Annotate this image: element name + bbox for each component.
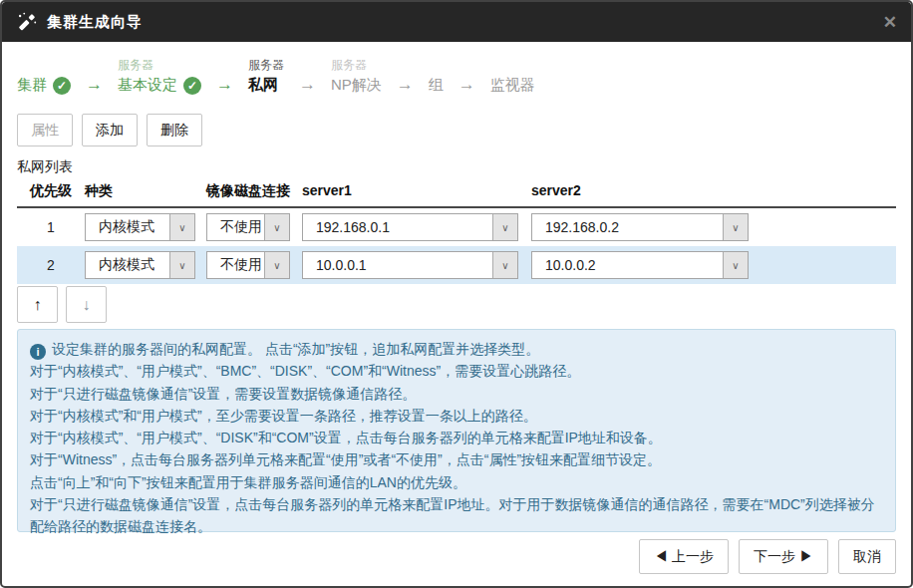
dialog-title: 集群生成向导 [47,13,143,32]
type-select[interactable]: 内核模式∨ [85,213,195,241]
step-basic-settings: 服务器 基本设定✓ [118,56,201,97]
reorder-controls: ↑ ↓ [17,286,107,323]
info-line: 对于“Witness”，点击每台服务器列单元格来配置“使用”或者“不使用”，点击… [30,448,883,470]
cancel-button[interactable]: 取消 [838,539,896,574]
properties-button[interactable]: 属性 [17,114,73,147]
back-button[interactable]: ◀ 上一步 [639,539,729,574]
step-interconnect: 服务器 私网 [248,56,284,97]
header-server2: server2 [531,182,896,200]
step-arrow-icon: → [397,75,414,97]
step-sublabel: 服务器 [118,56,153,74]
table-row[interactable]: 1 内核模式∨ 不使用∨ 192.168.0.1∨ 192.168.0.2∨ [17,208,896,246]
step-label: 组 [429,76,444,95]
table-header-row: 优先级 种类 镜像磁盘连接 server1 server2 [17,182,896,208]
info-text: 设定集群的服务器间的私网配置。 点击“添加”按钮，追加私网配置并选择类型。 [52,341,539,357]
chevron-down-icon: ∨ [169,252,194,278]
titlebar: 集群生成向导 ✕ [2,2,911,42]
chevron-down-icon: ∨ [169,214,194,240]
info-line: 点击“向上”和“向下”按钮来配置用于集群服务器间通信的LAN的优先级。 [30,471,883,493]
step-np-resolution: 服务器 NP解决 [331,56,382,97]
info-line: i设定集群的服务器间的私网配置。 点击“添加”按钮，追加私网配置并选择类型。 [30,338,883,360]
server2-select[interactable]: 10.0.0.2∨ [531,251,749,279]
server1-select[interactable]: 192.168.0.1∨ [302,213,518,241]
chevron-down-icon: ∨ [492,214,517,240]
step-arrow-icon: → [299,75,316,97]
header-server1: server1 [302,182,531,200]
step-group: 组 [429,56,444,97]
chevron-down-icon: ∨ [264,252,289,278]
info-line: 对于“只进行磁盘镜像通信”设置，需要设置数据镜像通信路径。 [30,383,883,405]
info-icon: i [30,344,46,360]
step-cluster: 集群✓ [17,56,71,97]
move-down-button[interactable]: ↓ [66,286,107,323]
cluster-wizard-dialog: 集群生成向导 ✕ 集群✓ → 服务器 基本设定✓ → 服务器 私网 → 服务器 … [0,0,913,588]
server1-select[interactable]: 10.0.0.1∨ [302,251,518,279]
wand-icon [16,11,38,33]
info-line: 对于“只进行磁盘镜像通信”设置，点击每台服务器列的单元格来配置IP地址。对于用于… [30,493,883,538]
interconnect-table: 优先级 种类 镜像磁盘连接 server1 server2 1 内核模式∨ 不使… [17,182,896,284]
step-arrow-icon: → [216,75,233,97]
server2-select[interactable]: 192.168.0.2∨ [531,213,749,241]
chevron-down-icon: ∨ [723,252,748,278]
toolbar: 属性 添加 删除 [17,114,202,147]
header-mirror-disk: 镜像磁盘连接 [206,182,302,200]
table-row[interactable]: 2 内核模式∨ 不使用∨ 10.0.0.1∨ 10.0.0.2∨ [17,246,896,284]
step-label: 私网 [248,76,278,95]
check-icon: ✓ [183,77,201,95]
info-box: i设定集群的服务器间的私网配置。 点击“添加”按钮，追加私网配置并选择类型。 对… [17,329,896,532]
add-button[interactable]: 添加 [82,114,138,147]
delete-button[interactable]: 删除 [147,114,202,147]
info-line: 对于“内核模式”、“用户模式”、“DISK”和“COM”设置，点击每台服务器列的… [30,427,883,448]
step-sublabel: 服务器 [331,56,367,74]
header-priority: 优先级 [17,182,85,200]
priority-cell: 2 [17,257,85,273]
chevron-down-icon: ∨ [492,252,517,278]
info-line: 对于“内核模式”、“用户模式”、“BMC”、“DISK”、“COM”和“Witn… [30,360,883,382]
mirror-disk-select[interactable]: 不使用∨ [206,251,290,279]
step-monitor: 监视器 [490,56,535,97]
priority-cell: 1 [17,219,85,235]
header-type: 种类 [85,182,206,200]
chevron-down-icon: ∨ [264,214,289,240]
next-button[interactable]: 下一步 ▶ [739,539,828,574]
step-label: 监视器 [490,76,535,95]
close-icon[interactable]: ✕ [883,14,897,31]
table-caption: 私网列表 [17,158,73,176]
info-line: 对于“内核模式”和“用户模式”，至少需要设置一条路径，推荐设置一条以上的路径。 [30,405,883,427]
step-arrow-icon: → [86,75,103,97]
mirror-disk-select[interactable]: 不使用∨ [206,213,290,241]
step-label: 集群 [17,76,47,95]
step-label: NP解决 [331,76,382,95]
wizard-steps: 集群✓ → 服务器 基本设定✓ → 服务器 私网 → 服务器 NP解决 → 组 … [17,56,535,97]
move-up-button[interactable]: ↑ [17,286,58,323]
step-sublabel: 服务器 [248,56,284,74]
check-icon: ✓ [53,77,71,95]
chevron-down-icon: ∨ [723,214,748,240]
step-arrow-icon: → [458,75,475,97]
type-select[interactable]: 内核模式∨ [85,251,195,279]
footer-buttons: ◀ 上一步 下一步 ▶ 取消 [639,539,896,574]
step-label: 基本设定 [118,76,177,95]
